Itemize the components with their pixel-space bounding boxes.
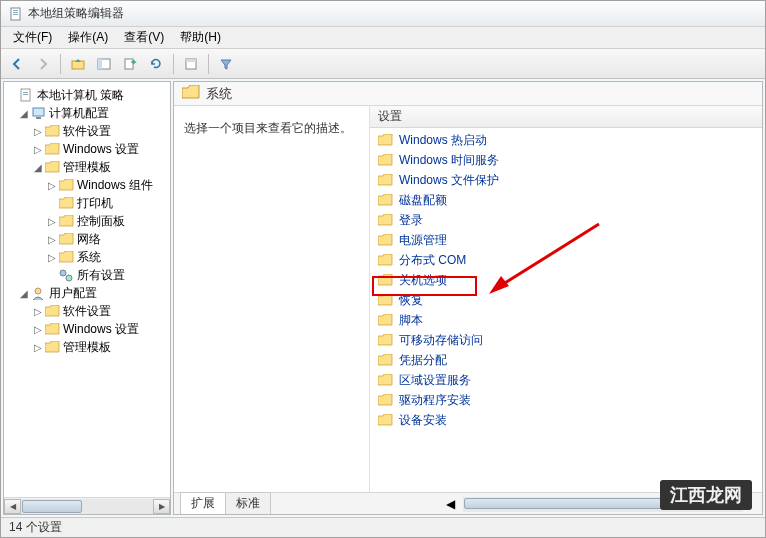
details-header: 系统 <box>174 82 762 106</box>
folder-icon <box>44 142 60 156</box>
tree-user-software-settings[interactable]: ▷ 软件设置 <box>6 302 168 320</box>
tree-label: 本地计算机 策略 <box>37 87 124 104</box>
refresh-button[interactable] <box>144 52 168 76</box>
description-column: 选择一个项目来查看它的描述。 <box>174 106 369 492</box>
scrollbar-thumb[interactable] <box>22 500 82 513</box>
list-item-label: 驱动程序安装 <box>399 392 471 409</box>
menu-help[interactable]: 帮助(H) <box>172 27 229 48</box>
tree-user-admin-templates[interactable]: ▷ 管理模板 <box>6 338 168 356</box>
list-item[interactable]: Windows 时间服务 <box>370 150 762 170</box>
policy-tree[interactable]: 本地计算机 策略 ◢ 计算机配置 ▷ 软件设置 ▷ Windows 设置 <box>4 82 170 497</box>
toolbar <box>1 49 765 79</box>
svg-rect-14 <box>36 117 41 119</box>
scroll-right-icon[interactable]: ▶ <box>153 499 170 514</box>
expand-icon[interactable]: ▷ <box>32 126 44 137</box>
up-button[interactable] <box>66 52 90 76</box>
expand-icon[interactable]: ▷ <box>32 342 44 353</box>
settings-column-header[interactable]: 设置 <box>370 106 762 128</box>
tree-label: Windows 组件 <box>77 177 153 194</box>
folder-icon <box>58 214 74 228</box>
list-item[interactable]: 驱动程序安装 <box>370 390 762 410</box>
content-area: 本地计算机 策略 ◢ 计算机配置 ▷ 软件设置 ▷ Windows 设置 <box>1 79 765 517</box>
details-title: 系统 <box>206 85 232 103</box>
tree-computer-config[interactable]: ◢ 计算机配置 <box>6 104 168 122</box>
folder-icon <box>378 354 393 366</box>
description-text: 选择一个项目来查看它的描述。 <box>184 120 358 137</box>
scroll-left-icon[interactable]: ◀ <box>446 497 463 512</box>
tree-user-windows-settings[interactable]: ▷ Windows 设置 <box>6 320 168 338</box>
tree-windows-settings[interactable]: ▷ Windows 设置 <box>6 140 168 158</box>
expand-icon[interactable]: ▷ <box>46 252 58 263</box>
list-item[interactable]: 设备安装 <box>370 410 762 430</box>
collapse-icon[interactable]: ◢ <box>32 162 44 173</box>
list-item-label: 分布式 COM <box>399 252 466 269</box>
collapse-icon[interactable]: ◢ <box>18 108 30 119</box>
folder-icon <box>378 134 393 146</box>
svg-point-15 <box>60 270 66 276</box>
tree-control-panel[interactable]: ▷ 控制面板 <box>6 212 168 230</box>
tree-label: 所有设置 <box>77 267 125 284</box>
tree-system[interactable]: ▷ 系统 <box>6 248 168 266</box>
list-item[interactable]: 关机选项 <box>370 270 762 290</box>
tree-software-settings[interactable]: ▷ 软件设置 <box>6 122 168 140</box>
list-item[interactable]: 凭据分配 <box>370 350 762 370</box>
tree-h-scrollbar[interactable]: ◀ ▶ <box>4 497 170 514</box>
list-item-label: 凭据分配 <box>399 352 447 369</box>
tree-windows-components[interactable]: ▷ Windows 组件 <box>6 176 168 194</box>
user-icon <box>30 286 46 300</box>
tree-root[interactable]: 本地计算机 策略 <box>6 86 168 104</box>
menu-action[interactable]: 操作(A) <box>60 27 116 48</box>
list-item[interactable]: 磁盘配额 <box>370 190 762 210</box>
svg-rect-13 <box>33 108 44 116</box>
tree-label: 管理模板 <box>63 159 111 176</box>
toolbar-separator <box>173 54 174 74</box>
folder-icon <box>44 322 60 336</box>
list-item[interactable]: 脚本 <box>370 310 762 330</box>
scrollbar-track[interactable] <box>21 499 153 514</box>
list-item[interactable]: Windows 文件保护 <box>370 170 762 190</box>
properties-button[interactable] <box>179 52 203 76</box>
folder-icon <box>378 414 393 426</box>
list-item[interactable]: 登录 <box>370 210 762 230</box>
tab-standard[interactable]: 标准 <box>225 492 271 514</box>
tree-admin-templates[interactable]: ◢ 管理模板 <box>6 158 168 176</box>
tree-label: Windows 设置 <box>63 321 139 338</box>
list-item[interactable]: 区域设置服务 <box>370 370 762 390</box>
folder-icon <box>378 214 393 226</box>
settings-icon <box>58 268 74 282</box>
expand-icon[interactable]: ▷ <box>32 144 44 155</box>
tree-network[interactable]: ▷ 网络 <box>6 230 168 248</box>
list-item[interactable]: 可移动存储访问 <box>370 330 762 350</box>
list-item[interactable]: 分布式 COM <box>370 250 762 270</box>
list-item-label: Windows 时间服务 <box>399 152 499 169</box>
list-item[interactable]: 恢复 <box>370 290 762 310</box>
tree-label: Windows 设置 <box>63 141 139 158</box>
scroll-left-icon[interactable]: ◀ <box>4 499 21 514</box>
expand-icon[interactable]: ▷ <box>32 306 44 317</box>
menu-file[interactable]: 文件(F) <box>5 27 60 48</box>
menu-view[interactable]: 查看(V) <box>116 27 172 48</box>
list-item[interactable]: 电源管理 <box>370 230 762 250</box>
show-hide-tree-button[interactable] <box>92 52 116 76</box>
tab-extended[interactable]: 扩展 <box>180 492 226 514</box>
export-button[interactable] <box>118 52 142 76</box>
folder-icon <box>44 304 60 318</box>
expand-icon[interactable]: ▷ <box>46 180 58 191</box>
tree-user-config[interactable]: ◢ 用户配置 <box>6 284 168 302</box>
toolbar-separator <box>208 54 209 74</box>
tree-printers[interactable]: 打印机 <box>6 194 168 212</box>
folder-icon <box>58 250 74 264</box>
tree-label: 系统 <box>77 249 101 266</box>
filter-button[interactable] <box>214 52 238 76</box>
settings-list[interactable]: Windows 热启动Windows 时间服务Windows 文件保护磁盘配额登… <box>370 128 762 492</box>
tree-all-settings[interactable]: 所有设置 <box>6 266 168 284</box>
expand-icon[interactable]: ▷ <box>32 324 44 335</box>
forward-button[interactable] <box>31 52 55 76</box>
back-button[interactable] <box>5 52 29 76</box>
list-item[interactable]: Windows 热启动 <box>370 130 762 150</box>
collapse-icon[interactable]: ◢ <box>18 288 30 299</box>
svg-point-17 <box>35 288 41 294</box>
svg-rect-4 <box>72 61 84 69</box>
expand-icon[interactable]: ▷ <box>46 216 58 227</box>
expand-icon[interactable]: ▷ <box>46 234 58 245</box>
